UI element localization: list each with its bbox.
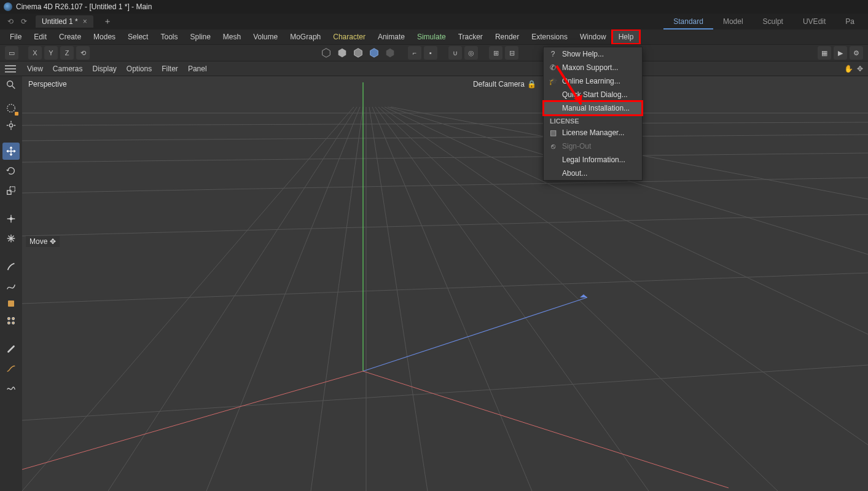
add-tab-button[interactable]: ＋	[100, 16, 115, 27]
main-area: Perspective Default Camera 🔒 Move ✥	[0, 76, 868, 491]
material-icon[interactable]	[2, 297, 20, 310]
top-toolbar: ▭ X Y Z ⟲ ⌐ ▪ ∪ ◎ ⊞ ⊟ ▦ ▶ ⚙	[0, 44, 868, 61]
hand-icon[interactable]: ✋	[844, 65, 853, 73]
svg-marker-2	[354, 49, 362, 57]
cube-dark-icon[interactable]	[383, 46, 397, 60]
menu-render[interactable]: Render	[489, 30, 525, 44]
grid-icon[interactable]: ⊞	[489, 46, 502, 60]
menu-character[interactable]: Character	[327, 30, 372, 44]
move-icon: ✥	[50, 237, 56, 246]
help-show-help[interactable]: ?Show Help...	[544, 47, 642, 61]
viewmenu-display[interactable]: Display	[92, 65, 116, 73]
menu-window[interactable]: Window	[574, 30, 612, 44]
svg-line-30	[372, 107, 532, 491]
layout-tab-more[interactable]: Pa	[835, 15, 864, 29]
layout-tab-sculpt[interactable]: Sculpt	[753, 15, 793, 29]
svg-line-22	[22, 273, 868, 304]
left-toolbar	[0, 76, 22, 491]
tool-hint: Move ✥	[26, 236, 60, 247]
rotate-tool[interactable]	[2, 162, 20, 179]
layout-tab-uvedit[interactable]: UVEdit	[793, 15, 835, 29]
axis-center-tool[interactable]	[2, 230, 20, 247]
axis-y-button[interactable]: Y	[44, 46, 58, 60]
menu-tools[interactable]: Tools	[154, 30, 184, 44]
svg-point-7	[7, 104, 15, 112]
svg-point-13	[12, 318, 15, 320]
viewmenu-panel[interactable]: Panel	[188, 65, 207, 73]
help-legal-info[interactable]: Legal Information...	[544, 153, 642, 167]
square-icon[interactable]: ▪	[424, 46, 437, 60]
move-tool[interactable]	[2, 143, 20, 160]
forward-icon[interactable]: ⟳	[18, 16, 29, 27]
menu-select[interactable]: Select	[122, 30, 154, 44]
clapper-icon[interactable]: ▦	[818, 46, 831, 60]
curve-tool[interactable]	[2, 360, 20, 377]
menu-file[interactable]: File	[4, 30, 28, 44]
camera-lock-icon[interactable]: 🔒	[527, 80, 536, 88]
help-about[interactable]: About...	[544, 167, 642, 180]
svg-line-23	[22, 365, 868, 420]
viewmenu-options[interactable]: Options	[127, 65, 152, 73]
angle-icon[interactable]: ⌐	[408, 46, 421, 60]
layout-tab-model[interactable]: Model	[713, 15, 753, 29]
cube-solid-icon[interactable]	[335, 46, 349, 60]
settings-small-icon[interactable]	[2, 119, 20, 132]
menu-tracker[interactable]: Tracker	[452, 30, 489, 44]
magnet-icon[interactable]: ∪	[448, 46, 462, 60]
menu-edit[interactable]: Edit	[28, 30, 53, 44]
svg-marker-3	[370, 49, 378, 57]
viewport[interactable]: Perspective Default Camera 🔒 Move ✥	[22, 76, 868, 491]
spline-tool[interactable]	[2, 278, 20, 295]
grid-snap-icon[interactable]: ⊟	[505, 46, 518, 60]
right-tool-group: ▦ ▶ ⚙	[818, 46, 863, 60]
viewmenu-view[interactable]: View	[27, 65, 43, 73]
help-maxon-support[interactable]: ✆Maxon Support...	[544, 61, 642, 74]
brush-tool[interactable]	[2, 258, 20, 275]
menu-modes[interactable]: Modes	[87, 30, 122, 44]
workplane-button[interactable]: ▭	[5, 46, 18, 60]
move-view-icon[interactable]: ✥	[857, 65, 863, 73]
axis-z-button[interactable]: Z	[60, 46, 74, 60]
history-nav: ⟲ ⟳	[5, 16, 29, 27]
viewport-label: Perspective	[28, 80, 67, 88]
menu-volume[interactable]: Volume	[247, 30, 284, 44]
viewmenu-cameras[interactable]: Cameras	[53, 65, 83, 73]
render-icon[interactable]: ▶	[834, 46, 847, 60]
camera-label: Default Camera 🔒	[473, 80, 536, 88]
cube-shade-icon[interactable]	[351, 46, 365, 60]
back-icon[interactable]: ⟲	[5, 16, 16, 27]
menu-animate[interactable]: Animate	[372, 30, 411, 44]
layout-tab-standard[interactable]: Standard	[663, 15, 713, 29]
menu-extensions[interactable]: Extensions	[525, 30, 574, 44]
cube-wire-icon[interactable]	[319, 46, 333, 60]
document-tab[interactable]: Untitled 1 * ×	[36, 15, 93, 28]
search-icon[interactable]	[2, 79, 20, 91]
close-icon[interactable]: ×	[83, 17, 87, 26]
snap-icon[interactable]: ◎	[464, 46, 478, 60]
viewmenu-filter[interactable]: Filter	[162, 65, 178, 73]
render-settings-icon[interactable]: ⚙	[850, 46, 863, 60]
menu-spline[interactable]: Spline	[184, 30, 216, 44]
svg-line-6	[12, 86, 15, 89]
help-quick-start[interactable]: Quick Start Dialog...	[544, 88, 642, 101]
paint-tool[interactable]	[2, 340, 20, 358]
sketch-tool[interactable]	[2, 380, 20, 397]
help-manual-installation[interactable]: Manual Installation...	[544, 101, 642, 115]
menu-help[interactable]: Help	[612, 30, 640, 44]
menu-mesh[interactable]: Mesh	[217, 30, 247, 44]
points-tool[interactable]	[2, 312, 20, 329]
help-online-learning[interactable]: 🎓Online Learning...	[544, 74, 642, 88]
select-tool[interactable]	[2, 100, 20, 117]
cube-active-icon[interactable]	[367, 46, 381, 60]
help-license-manager[interactable]: ▤License Manager...	[544, 126, 642, 139]
coord-system-button[interactable]: ⟲	[76, 46, 90, 60]
axis-x-button[interactable]: X	[28, 46, 42, 60]
menu-mograph[interactable]: MoGraph	[284, 30, 327, 44]
menu-simulate[interactable]: Simulate	[411, 30, 452, 44]
psr-tool[interactable]	[2, 210, 20, 227]
document-icon: ▤	[549, 128, 557, 137]
menu-create[interactable]: Create	[53, 30, 87, 44]
help-dropdown: ?Show Help... ✆Maxon Support... 🎓Online …	[543, 47, 643, 181]
scale-tool[interactable]	[2, 182, 20, 199]
viewport-menu-icon[interactable]	[4, 64, 17, 74]
